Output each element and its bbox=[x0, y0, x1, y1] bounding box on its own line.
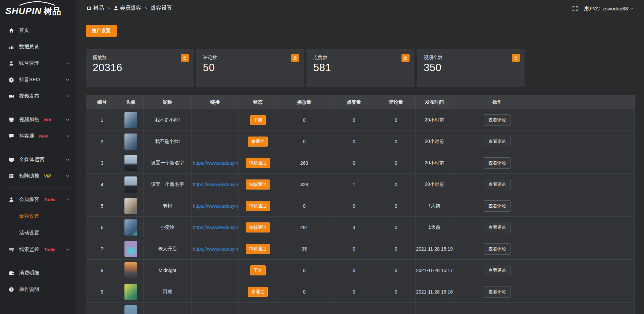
cell-id: 8 bbox=[86, 260, 118, 281]
sidebar-subitem-爆客设置[interactable]: 爆客设置 bbox=[0, 208, 76, 224]
sidebar-item-会员爆客[interactable]: 会员爆客Tools bbox=[0, 191, 76, 208]
breadcrumb-label: 会员爆客 bbox=[120, 5, 142, 12]
cell-link bbox=[192, 109, 238, 131]
status-badge: 审核通过 bbox=[246, 244, 270, 254]
cell-filler bbox=[541, 238, 635, 260]
stat-card-value: 50 bbox=[203, 62, 299, 74]
cell-link bbox=[192, 131, 238, 152]
view-comments-button[interactable]: 查看评论 bbox=[484, 157, 511, 169]
sidebar-badge-VIP: VIP bbox=[44, 173, 51, 178]
username-value: zswodun88 bbox=[602, 6, 628, 11]
sidebar-item-视频发布[interactable]: 视频发布 bbox=[0, 88, 76, 104]
cell-plays bbox=[277, 303, 331, 314]
sidebar-item-消费明细[interactable]: 消费明细 bbox=[0, 265, 76, 281]
fullscreen-icon[interactable] bbox=[572, 6, 578, 11]
view-comments-button[interactable]: 查看评论 bbox=[484, 243, 511, 255]
cell-publish-time: 20小时前 bbox=[415, 152, 453, 174]
sidebar-item-label: 账号管理 bbox=[19, 60, 39, 66]
cell-filler bbox=[541, 281, 635, 303]
status-badge: 审核通过 bbox=[246, 201, 270, 211]
cell-comments: 0 bbox=[377, 109, 415, 131]
cell-id: 7 bbox=[86, 238, 118, 260]
cell-nickname: Midnight bbox=[144, 260, 192, 281]
view-comments-button[interactable]: 查看评论 bbox=[484, 222, 511, 233]
cell-publish-time: 2021-11-28 15:19 bbox=[415, 238, 453, 260]
cell-avatar bbox=[118, 281, 144, 303]
cell-action bbox=[453, 303, 541, 314]
avatar bbox=[124, 241, 137, 257]
sidebar-item-线索监控[interactable]: 线索监控Tools bbox=[0, 241, 76, 258]
cell-status: 审核通过 bbox=[238, 174, 277, 195]
avatar bbox=[124, 134, 137, 150]
video-link[interactable]: https://www.iesdouyin.c bbox=[193, 203, 238, 209]
monitor-icon bbox=[9, 157, 14, 162]
sidebar-divider bbox=[5, 188, 71, 188]
cell-action: 查看评论 bbox=[453, 195, 541, 217]
user-menu[interactable]: 用户名: zswodun88 bbox=[584, 5, 634, 12]
video-link[interactable]: https://www.iesdouyin.c bbox=[193, 225, 238, 230]
chart-icon bbox=[9, 44, 14, 50]
cell-nickname: 老人开店 bbox=[144, 238, 192, 260]
sidebar-subitem-活动设置[interactable]: 活动设置 bbox=[0, 224, 76, 241]
cell-id: 5 bbox=[86, 195, 118, 217]
breadcrumb-label: 爆客设置 bbox=[151, 5, 172, 12]
cell-publish-time: 20小时前 bbox=[415, 109, 453, 131]
view-comments-button[interactable]: 查看评论 bbox=[484, 179, 511, 190]
column-header-昵称: 昵称 bbox=[144, 95, 192, 109]
cell-link: https://www.iesdouyin.c bbox=[192, 195, 238, 217]
cell-link: https://www.iesdouyin.c bbox=[192, 238, 238, 260]
column-header-评论量: 评论量 bbox=[377, 95, 415, 109]
view-comments-button[interactable]: 查看评论 bbox=[484, 136, 511, 147]
video-link[interactable]: https://www.iesdouyin.c bbox=[193, 246, 238, 252]
view-comments-button[interactable]: 查看评论 bbox=[484, 114, 511, 126]
sidebar-item-label: 矩阵助推 bbox=[19, 173, 39, 179]
cell-avatar bbox=[118, 303, 144, 314]
breadcrumb-item-会员爆客[interactable]: 会员爆客 bbox=[113, 5, 142, 12]
sidebar-item-数据总览[interactable]: 数据总览 bbox=[0, 39, 76, 55]
app-logo[interactable]: SHUPIN 树品 bbox=[0, 0, 76, 17]
video-link[interactable]: https://www.iesdouyin.c bbox=[193, 160, 238, 166]
view-comments-button[interactable]: 查看评论 bbox=[484, 286, 511, 298]
sidebar-item-全媒体运营[interactable]: 全媒体运营 bbox=[0, 151, 76, 168]
column-header-链接: 链接 bbox=[192, 95, 238, 109]
sidebar-item-视频加热[interactable]: 视频加热Hot bbox=[0, 111, 76, 128]
cell-nickname: 设置一个新名字 bbox=[144, 174, 192, 195]
sidebar-item-矩阵助推[interactable]: 矩阵助推VIP bbox=[0, 168, 76, 184]
cell-likes: 3 bbox=[331, 217, 377, 238]
cell-avatar bbox=[118, 152, 144, 174]
breadcrumb-label: 树品 bbox=[93, 5, 104, 12]
sidebar-item-账号管理[interactable]: 账号管理 bbox=[0, 55, 76, 71]
cell-status bbox=[238, 303, 277, 314]
sidebar-item-操作说明[interactable]: ?操作说明 bbox=[0, 281, 76, 298]
sidebar-item-首页[interactable]: 首页 bbox=[0, 22, 76, 39]
cell-nickname: 阿慧 bbox=[144, 281, 192, 303]
cell-action: 查看评论 bbox=[453, 260, 541, 281]
total-badge: 总 bbox=[401, 54, 410, 62]
column-header-头像: 头像 bbox=[118, 95, 144, 109]
cell-likes: 0 bbox=[331, 238, 377, 260]
cell-status: 未通过 bbox=[238, 281, 277, 303]
view-comments-button[interactable]: 查看评论 bbox=[484, 265, 511, 276]
sidebar-item-抖客通[interactable]: 抖客通New bbox=[0, 128, 76, 144]
column-header-发布时间: 发布时间 bbox=[415, 95, 453, 109]
status-badge: 审核通过 bbox=[246, 179, 270, 190]
breadcrumb-item-树品[interactable]: 树品 bbox=[87, 5, 104, 12]
sidebar-item-抖音SEO[interactable]: 抖音SEO bbox=[0, 71, 76, 88]
promo-settings-button[interactable]: 推广设置 bbox=[86, 25, 117, 37]
stat-card-播放数: 播放数20316总 bbox=[86, 49, 194, 87]
cell-likes: 1 bbox=[331, 174, 377, 195]
sliders-icon bbox=[9, 247, 14, 252]
cell-comments: 0 bbox=[377, 281, 415, 303]
cell-filler bbox=[541, 260, 635, 281]
video-link[interactable]: https://www.iesdouyin.c bbox=[193, 182, 238, 187]
cell-nickname: 我不是小帅! bbox=[144, 109, 192, 131]
chevron-down-icon bbox=[65, 174, 70, 178]
cell-filler bbox=[541, 195, 635, 217]
view-comments-button[interactable]: 查看评论 bbox=[484, 200, 511, 212]
stat-card-点赞数: 点赞数581总 bbox=[307, 49, 414, 87]
content: 推广设置 播放数20316总评论数50总点赞数581总视频个数350总 编号头像… bbox=[76, 12, 644, 314]
cell-nickname: 设置一个新名字 bbox=[144, 152, 192, 174]
sidebar-item-label: 视频加热 bbox=[19, 116, 39, 123]
chevron-down-icon bbox=[65, 94, 70, 98]
stat-card-视频个数: 视频个数350总 bbox=[417, 49, 525, 87]
